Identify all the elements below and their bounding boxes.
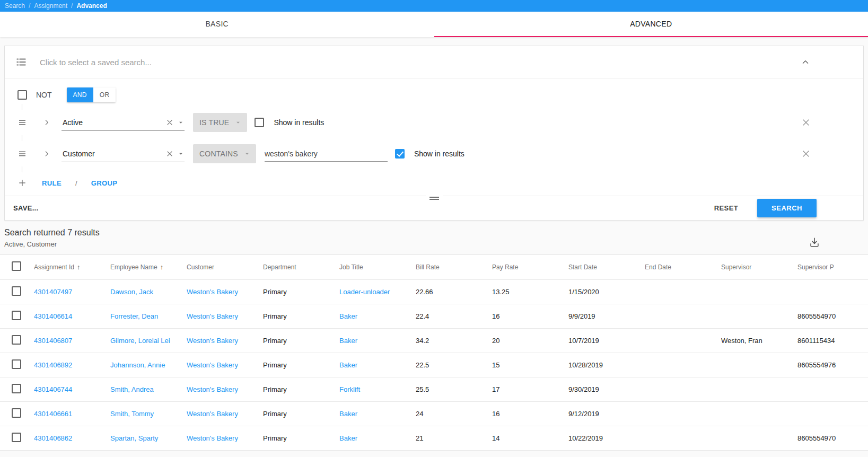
cell-link[interactable]: 4301406614 — [34, 312, 72, 320]
table-cell: Spartan, Sparty — [110, 426, 187, 450]
column-header-start-date[interactable]: Start Date — [568, 255, 645, 279]
show-in-results-checkbox[interactable] — [395, 149, 405, 159]
column-header-supervisor-p[interactable]: Supervisor P — [797, 255, 868, 279]
cell-link[interactable]: 4301406892 — [34, 361, 72, 369]
cell-link[interactable]: Baker — [339, 434, 357, 442]
cell-link[interactable]: 4301406661 — [34, 410, 72, 418]
column-header-employee-name[interactable]: Employee Name↑ — [110, 255, 187, 279]
dropdown-caret-icon[interactable] — [177, 150, 185, 157]
table-cell: Primary — [263, 304, 339, 328]
column-header-bill-rate[interactable]: Bill Rate — [416, 255, 492, 279]
clear-field-icon[interactable] — [165, 118, 174, 127]
cell-link[interactable]: Forrester, Dean — [110, 312, 158, 320]
row-checkbox[interactable] — [12, 384, 21, 393]
row-select-cell — [0, 279, 34, 304]
dropdown-caret-icon[interactable] — [177, 119, 185, 126]
cell-link[interactable]: Baker — [339, 312, 357, 320]
show-in-results-checkbox[interactable] — [255, 118, 264, 127]
collapse-chevron-up-icon[interactable] — [801, 57, 810, 67]
cell-link[interactable]: 4301407497 — [34, 288, 72, 296]
cell-link[interactable]: Weston's Bakery — [187, 312, 238, 320]
not-label: NOT — [36, 91, 52, 99]
sort-ascending-icon[interactable]: ↑ — [160, 263, 164, 271]
reset-button[interactable]: RESET — [711, 200, 741, 216]
rule-value-input[interactable] — [265, 146, 388, 162]
row-checkbox[interactable] — [12, 433, 21, 442]
or-button[interactable]: OR — [93, 87, 116, 102]
table-cell — [797, 279, 868, 304]
tab-bar: BASIC ADVANCED — [0, 12, 868, 37]
delete-rule-icon[interactable] — [801, 148, 811, 159]
field-select[interactable]: Active — [62, 114, 185, 131]
save-button[interactable]: SAVE... — [13, 204, 38, 212]
select-all-checkbox[interactable] — [12, 261, 21, 271]
sort-ascending-icon[interactable]: ↑ — [77, 263, 81, 271]
drag-handle-icon[interactable] — [17, 118, 27, 127]
saved-search-selector[interactable]: Click to select a saved search... — [5, 46, 863, 78]
cell-link[interactable]: Spartan, Sparty — [110, 434, 158, 442]
search-button[interactable]: SEARCH — [757, 199, 817, 217]
column-label: Customer — [187, 263, 214, 271]
table-cell — [645, 401, 721, 426]
breadcrumb-item-search[interactable]: Search — [5, 2, 25, 10]
resize-handle-icon[interactable] — [426, 192, 443, 204]
cell-link[interactable]: Dawson, Jack — [110, 288, 153, 296]
row-checkbox[interactable] — [12, 408, 21, 418]
row-checkbox[interactable] — [12, 359, 21, 369]
query-builder: NOT AND OR Active — [5, 78, 863, 196]
cell-link[interactable]: Baker — [339, 410, 357, 418]
operator-select[interactable]: CONTAINS — [193, 144, 256, 163]
cell-link[interactable]: Forklift — [339, 385, 360, 393]
chevron-right-icon[interactable] — [43, 119, 50, 126]
add-rule-button[interactable]: RULE — [42, 179, 62, 187]
table-cell — [645, 304, 721, 328]
add-group-button[interactable]: GROUP — [91, 179, 118, 187]
column-header-customer[interactable]: Customer — [187, 255, 263, 279]
tab-basic[interactable]: BASIC — [0, 12, 434, 37]
column-header-job-title[interactable]: Job Title — [339, 255, 416, 279]
table-cell: Baker — [339, 401, 416, 426]
delete-rule-icon[interactable] — [801, 117, 811, 128]
clear-field-icon[interactable] — [165, 150, 174, 158]
cell-link[interactable]: Weston's Bakery — [187, 434, 238, 442]
cell-link[interactable]: Baker — [339, 361, 357, 369]
not-checkbox[interactable] — [17, 90, 27, 100]
operator-select[interactable]: IS TRUE — [193, 113, 247, 132]
breadcrumb-item-assignment[interactable]: Assignment — [34, 2, 67, 10]
column-header-department[interactable]: Department — [263, 255, 339, 279]
table-cell: 1/15/2020 — [568, 279, 645, 304]
column-header-supervisor[interactable]: Supervisor — [721, 255, 797, 279]
row-checkbox[interactable] — [12, 286, 21, 296]
table-cell: 4301406744 — [34, 377, 110, 401]
cell-link[interactable]: Weston's Bakery — [187, 288, 238, 296]
cell-link[interactable]: 4301406807 — [34, 337, 72, 345]
cell-link[interactable]: 4301406744 — [34, 385, 72, 393]
row-checkbox[interactable] — [12, 335, 21, 345]
table-cell — [797, 377, 868, 401]
cell-link[interactable]: Weston's Bakery — [187, 410, 238, 418]
table-cell: Forrester, Dean — [110, 304, 187, 328]
and-button[interactable]: AND — [67, 87, 93, 102]
row-checkbox[interactable] — [12, 311, 21, 320]
cell-link[interactable]: Johannson, Annie — [110, 361, 165, 369]
drag-handle-icon[interactable] — [17, 149, 27, 159]
cell-link[interactable]: Weston's Bakery — [187, 337, 238, 345]
table-cell — [721, 279, 797, 304]
operator-value: IS TRUE — [199, 118, 229, 127]
download-icon[interactable] — [809, 236, 820, 248]
table-cell: 16 — [492, 401, 568, 426]
tab-advanced[interactable]: ADVANCED — [434, 12, 868, 37]
cell-link[interactable]: Weston's Bakery — [187, 385, 238, 393]
cell-link[interactable]: Baker — [339, 337, 357, 345]
column-header-pay-rate[interactable]: Pay Rate — [492, 255, 568, 279]
cell-link[interactable]: Weston's Bakery — [187, 361, 238, 369]
cell-link[interactable]: Smith, Tommy — [110, 410, 154, 418]
cell-link[interactable]: Smith, Andrea — [110, 385, 154, 393]
column-header-assignment-id[interactable]: Assignment Id↑ — [34, 255, 110, 279]
column-header-end-date[interactable]: End Date — [645, 255, 721, 279]
field-select[interactable]: Customer — [62, 145, 185, 162]
cell-link[interactable]: Gilmore, Lorelai Lei — [110, 337, 170, 345]
chevron-right-icon[interactable] — [43, 150, 50, 157]
cell-link[interactable]: Loader-unloader — [339, 288, 390, 296]
cell-link[interactable]: 4301406862 — [34, 434, 72, 442]
